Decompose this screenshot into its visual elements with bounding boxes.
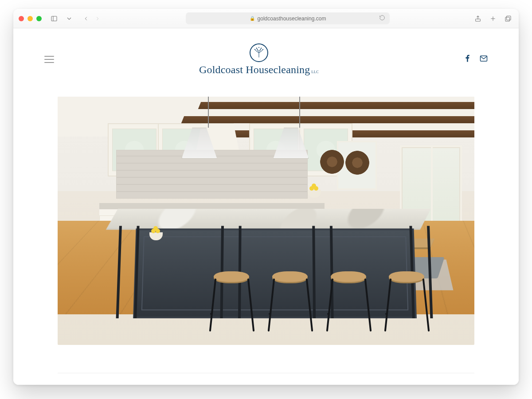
back-button[interactable]: [81, 13, 91, 24]
address-bar-text: goldcoasthousecleaning.com: [258, 16, 326, 22]
email-icon: [480, 55, 488, 63]
brand-suffix: LLC: [311, 70, 319, 76]
browser-toolbar: 🔒 goldcoasthousecleaning.com: [13, 9, 519, 28]
lock-icon: 🔒: [250, 16, 255, 21]
window-controls: [19, 16, 42, 21]
close-window-button[interactable]: [19, 16, 24, 21]
section-divider: [58, 373, 474, 373]
share-button[interactable]: [473, 13, 483, 24]
menu-button[interactable]: [44, 56, 54, 63]
svg-rect-0: [51, 16, 57, 21]
reload-button[interactable]: [379, 15, 386, 22]
forward-button[interactable]: [92, 13, 103, 24]
tab-overview-button[interactable]: [503, 13, 513, 24]
svg-point-14: [260, 50, 261, 51]
svg-point-11: [261, 47, 262, 48]
svg-point-12: [258, 47, 259, 47]
browser-window: 🔒 goldcoasthousecleaning.com: [13, 9, 519, 385]
brand-name: Goldcoast Housecleaning LLC: [199, 64, 319, 76]
site-logo[interactable]: Goldcoast Housecleaning LLC: [54, 43, 464, 76]
sidebar-toggle-button[interactable]: [49, 13, 59, 24]
toolbar-dropdown-icon[interactable]: [64, 13, 74, 24]
svg-point-9: [262, 49, 263, 50]
address-bar[interactable]: 🔒 goldcoasthousecleaning.com: [186, 12, 390, 24]
svg-rect-5: [507, 16, 511, 20]
nav-buttons: [81, 13, 103, 24]
site-header: Goldcoast Housecleaning LLC: [13, 28, 519, 90]
facebook-icon: [464, 55, 472, 63]
email-link[interactable]: [480, 55, 488, 64]
fullscreen-window-button[interactable]: [36, 16, 42, 21]
toolbar-right: [473, 13, 513, 24]
social-links: [464, 55, 488, 64]
svg-point-8: [254, 49, 255, 50]
tree-emblem-icon: [250, 43, 268, 62]
minimize-window-button[interactable]: [27, 16, 33, 21]
svg-point-10: [256, 47, 257, 48]
brand-text: Goldcoast Housecleaning: [199, 64, 310, 76]
new-tab-button[interactable]: [488, 13, 498, 24]
facebook-link[interactable]: [464, 55, 472, 64]
svg-point-13: [257, 50, 258, 51]
page-content: Goldcoast Housecleaning LLC: [13, 28, 519, 385]
hero-image: [58, 97, 474, 345]
svg-rect-6: [505, 17, 509, 21]
